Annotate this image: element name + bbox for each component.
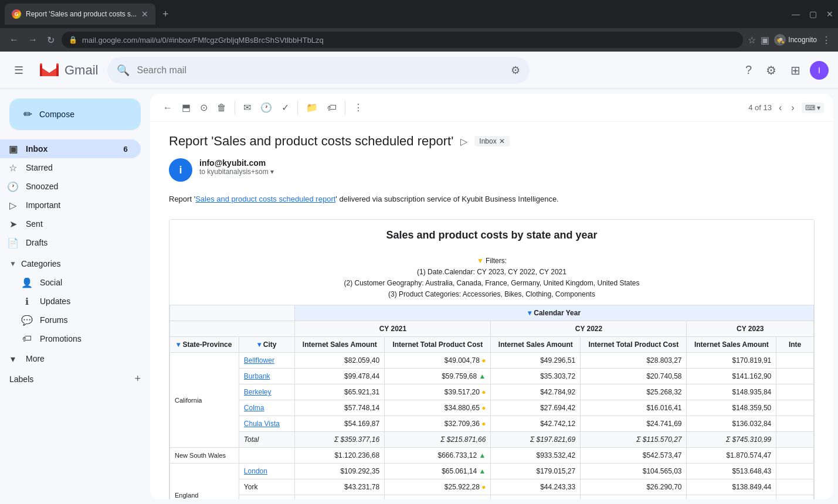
nsw-2021-cost: $666.733,12 ▲: [385, 448, 491, 464]
sidebar-item-drafts[interactable]: 📄 Drafts: [0, 233, 141, 252]
table-row: England London $109.292,35 $65.061,14 ▲ …: [170, 464, 814, 479]
sidebar-item-updates[interactable]: ℹ Updates: [0, 292, 141, 311]
sidebar-item-forums[interactable]: 💬 Forums: [0, 311, 141, 329]
sidebar-item-important[interactable]: ▷ Important: [0, 196, 141, 214]
subject-arrow-icon: ▷: [460, 136, 467, 147]
user-avatar[interactable]: I: [810, 61, 829, 80]
starred-label: Starred: [26, 163, 131, 172]
labels-label: Labels: [9, 374, 33, 384]
more-options-button[interactable]: ⋮: [350, 98, 367, 117]
search-filter-icon[interactable]: ⚙: [511, 64, 520, 77]
mark-unread-button[interactable]: ✉: [240, 98, 255, 117]
gmail-app: ☰ G Gmail 🔍 ⚙ ? ⚙: [0, 52, 838, 504]
compose-button[interactable]: ✏ Compose: [9, 98, 141, 130]
lock-icon: 🔒: [69, 36, 77, 44]
minimize-button[interactable]: —: [792, 9, 800, 19]
table-col-group-row: ▾ Calendar Year: [170, 305, 814, 321]
apps-button[interactable]: ⊞: [786, 59, 805, 82]
settings-button[interactable]: ⚙: [761, 59, 781, 82]
move-to-button[interactable]: 📁: [303, 98, 321, 117]
york-2021-cost: $25.922,28 ●: [385, 479, 491, 495]
search-input[interactable]: [137, 65, 504, 76]
berkeley-2021-cost: $39.517,20 ●: [385, 384, 491, 400]
add-task-button[interactable]: ✓: [278, 98, 293, 117]
city-berkeley[interactable]: Berkeley: [239, 384, 295, 400]
table-row: Oxford $25.365,43 $15.079,87 ▼ $36.146,0…: [170, 495, 814, 499]
report-container: Sales and product costs by state and yea…: [169, 219, 815, 500]
city-london[interactable]: London: [239, 464, 295, 479]
york-2023-sales: $138.849,44: [687, 479, 776, 495]
colma-2023-cost: [776, 400, 814, 416]
city-burbank[interactable]: Burbank: [239, 369, 295, 384]
back-to-inbox-button[interactable]: ←: [160, 99, 176, 117]
report-link[interactable]: Sales and product costs scheduled report: [195, 195, 335, 203]
bellflower-indicator: ●: [481, 356, 486, 365]
york-2022-cost: $26.290,70: [581, 479, 687, 495]
toolbar-actions: ☆ ▣ 🕵 Incognito ⋮: [748, 34, 831, 46]
label-as-button[interactable]: 🏷: [324, 99, 340, 117]
oxford-2023-sales: $104.742,86: [687, 495, 776, 499]
filters-label: ▼ Filters:: [174, 256, 809, 267]
report-spam-button[interactable]: ⊙: [196, 98, 211, 117]
refresh-nav-button[interactable]: ↻: [45, 32, 57, 48]
sidebar-item-snoozed[interactable]: 🕐 Snoozed: [0, 177, 141, 196]
new-tab-button[interactable]: +: [162, 8, 169, 21]
menu-icon[interactable]: ⋮: [822, 35, 831, 46]
sidebar-item-promotions[interactable]: 🏷 Promotions: [0, 329, 141, 348]
tab-close-button[interactable]: ✕: [141, 9, 148, 19]
forward-nav-button[interactable]: →: [26, 32, 40, 47]
city-bellflower[interactable]: Bellflower: [239, 353, 295, 369]
city-colma[interactable]: Colma: [239, 400, 295, 416]
subject-text: Report 'Sales and product costs schedule…: [169, 134, 453, 149]
help-button[interactable]: ?: [741, 59, 756, 81]
starred-icon: ☆: [7, 162, 19, 173]
browser-tab[interactable]: G Report 'Sales and product costs s... ✕: [5, 4, 155, 25]
next-email-button[interactable]: ›: [789, 100, 796, 115]
address-text: mail.google.com/mail/u/0/#inbox/FMfcgzGr…: [82, 36, 324, 45]
hamburger-menu-button[interactable]: ☰: [9, 59, 28, 81]
sidebar-item-more[interactable]: ▾ More: [0, 349, 141, 368]
inbox-tag-remove-button[interactable]: ✕: [499, 137, 505, 145]
colma-indicator: ●: [481, 404, 486, 412]
chulavista-2021-cost: $32.709,36 ●: [385, 416, 491, 432]
expand-recipients-button[interactable]: ▾: [270, 168, 274, 176]
snoozed-label: Snoozed: [26, 182, 131, 191]
city-oxford[interactable]: Oxford: [239, 495, 295, 499]
filter-3: (3) Product Categories: Accessories, Bik…: [174, 289, 809, 300]
table-row: California Bellflower $82.059,40 $49.004…: [170, 353, 814, 369]
categories-section-header: ▼ Categories: [0, 254, 150, 273]
close-button[interactable]: ✕: [826, 9, 833, 19]
burbank-2023-sales: $141.162,90: [687, 369, 776, 384]
oxford-2021-cost: $15.079,87 ▼: [385, 495, 491, 499]
forums-icon: 💬: [21, 315, 33, 326]
col-group-calendar-year: ▾ Calendar Year: [295, 305, 814, 321]
address-bar[interactable]: 🔒 mail.google.com/mail/u/0/#inbox/FMfcgz…: [62, 32, 743, 48]
archive-button[interactable]: ⬒: [178, 98, 194, 117]
sidebar-item-starred[interactable]: ☆ Starred: [0, 158, 141, 177]
categories-expand-icon[interactable]: ▼: [9, 260, 16, 268]
maximize-button[interactable]: ▢: [809, 9, 817, 19]
keyboard-shortcut-button[interactable]: ⌨ ▾: [802, 103, 824, 113]
inbox-tag-text: Inbox: [479, 137, 496, 145]
sidebar-item-social[interactable]: 👤 Social: [0, 273, 141, 292]
profile-icon[interactable]: ▣: [761, 35, 769, 46]
prev-email-button[interactable]: ‹: [776, 100, 784, 115]
bookmark-icon[interactable]: ☆: [748, 35, 756, 46]
delete-button[interactable]: 🗑: [213, 99, 230, 117]
snooze-button[interactable]: 🕐: [257, 98, 276, 117]
california-total-row: Total Σ $359.377,16 Σ $215.871,66 Σ $197…: [170, 432, 814, 448]
burbank-2022-sales: $35.303,72: [491, 369, 581, 384]
sidebar-item-inbox[interactable]: ▣ Inbox 6: [0, 139, 141, 158]
nsw-2021-sales: $1.120.236,68: [295, 448, 385, 464]
sidebar-item-sent[interactable]: ➤ Sent: [0, 214, 141, 233]
city-chula-vista[interactable]: Chula Vista: [239, 416, 295, 432]
london-2023-sales: $513.648,43: [687, 464, 776, 479]
calendar-year-header-text: Calendar Year: [534, 309, 581, 317]
back-nav-button[interactable]: ←: [7, 32, 21, 47]
labels-add-button[interactable]: +: [134, 373, 141, 385]
table-row: Berkeley $65.921,31 $39.517,20 ● $42.784…: [170, 384, 814, 400]
table-row: Chula Vista $54.169,87 $32.709,36 ● $42.…: [170, 416, 814, 432]
incognito-button[interactable]: 🕵 Incognito: [774, 34, 817, 46]
search-bar[interactable]: 🔍 ⚙: [107, 57, 530, 84]
email-subject: Report 'Sales and product costs schedule…: [169, 134, 815, 149]
